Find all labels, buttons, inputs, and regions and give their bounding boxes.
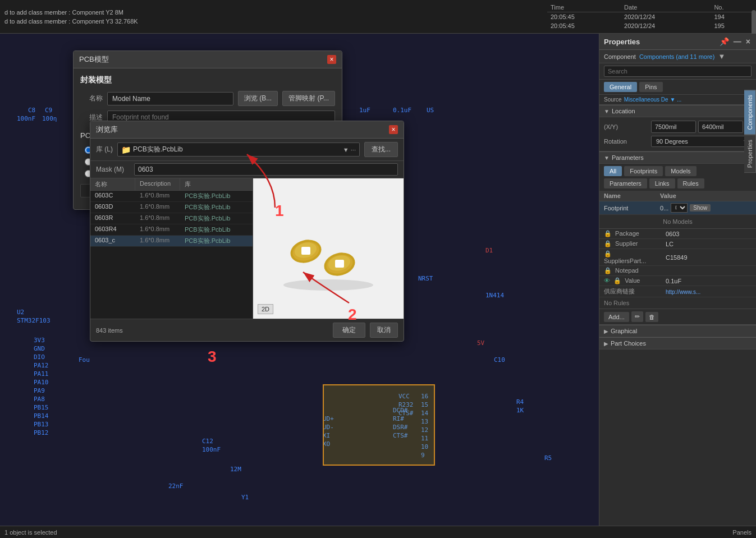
location-section-header[interactable]: ▼ Location [599,105,756,117]
btn-models[interactable]: Models [665,166,696,176]
browse-ok-btn[interactable]: 确定 [333,323,365,338]
btn-footprints[interactable]: Footprints [624,166,663,176]
schem-pb14: PB14 [34,412,49,420]
prop-supplier-value: LC [661,239,756,249]
params-title: Parameters [612,154,644,161]
item-desc-0603c: 1.6*0.8mm [135,191,180,201]
browse-item-0603r[interactable]: 0603R 1.6*0.8mm PCB实验.PcbLib [90,213,253,224]
schem-01uf: 0.1uF [393,107,411,114]
browse-footer: 843 items 确定 取消 [90,319,404,341]
browse-lib-select[interactable]: 📁 PCB实验.PcbLib ▼ ··· [117,142,360,157]
item-lib-0603c: PCB实验.PcbLib [180,191,235,201]
pcb-browse-btn[interactable]: 浏览 (B... [238,91,278,106]
col-lib: 库 [180,178,195,190]
browse-item-0603d[interactable]: 0603D 1.6*0.8mm PCB实验.PcbLib [90,202,253,213]
log-panel: d to add class member : Component Y2 8M … [0,0,543,33]
y-input[interactable]: 6400mil [698,121,743,133]
minus-icon[interactable]: — [732,37,743,46]
part-choices-arrow: ▶ [604,341,608,347]
schem-fou: Fou [79,356,90,364]
status-bar: 1 object is selected [0,526,599,538]
part-choices-section[interactable]: ▶ Part Choices [599,337,756,350]
params-section-header[interactable]: ▼ Parameters [599,151,756,164]
schem-1k: 1K [516,407,524,414]
properties-panel: Properties 📌 — × Component Components (a… [599,34,756,538]
browse-mask-input[interactable]: 0603 [134,163,398,176]
prop-package-label: 🔒 Package [599,229,661,239]
log-date-2: 2020/12/24 [621,21,711,30]
lock-icon-package: 🔒 [604,230,612,237]
preview-2d-btn[interactable]: 2D [258,304,273,314]
col-name: 名称 [90,178,135,190]
log-time-1: 20:05:45 [547,12,621,22]
browse-lib-dropdown[interactable]: ▼ ··· [343,146,356,153]
pcb-modal-close[interactable]: × [327,55,336,64]
browse-item-0603c2[interactable]: 0603_c 1.6*0.8mm PCB实验.PcbLib [90,236,253,247]
browse-list[interactable]: 0603C 1.6*0.8mm PCB实验.PcbLib 0603D 1.6*0… [90,191,253,319]
item-desc-0603d: 1.6*0.8mm [135,202,180,213]
top-scrollbar[interactable] [752,0,756,33]
pcb-modal-title: PCB模型 [79,54,109,65]
x-input[interactable]: 7500mil [651,121,696,133]
part-choices-title: Part Choices [611,340,646,347]
btn-links[interactable]: Links [649,178,675,188]
browse-item-0603r4[interactable]: 0603R4 1.6*0.8mm PCB实验.PcbLib [90,224,253,236]
location-arrow: ▼ [604,108,610,114]
filter-icon[interactable]: ▼ [718,52,725,61]
browse-cancel-btn[interactable]: 取消 [370,323,398,338]
item-lib-0603r4: PCB实验.PcbLib [180,224,235,235]
footprint-dropdown[interactable]: 0... [671,203,688,213]
prop-row-notepad: 🔒 Notepad [599,266,756,276]
pin-icon[interactable]: 📌 [718,37,730,46]
add-btn[interactable]: Add... [604,312,629,322]
properties-header: Properties 📌 — × [599,34,756,50]
prop-supplierspart-value: C15849 [661,249,756,266]
pcb-name-input[interactable] [107,92,233,105]
rotation-select[interactable]: 90 Degrees 0 Degrees 180 Degrees 270 Deg… [651,136,752,147]
source-label: Source [604,96,622,103]
footprint-show-btn[interactable]: Show [690,204,711,211]
prop-row-supplier-link: 供应商链接 http://www.s... [599,286,756,297]
log-table: Time Date No. 20:05:45 2020/12/24 194 20… [547,3,752,30]
browse-item-0603c[interactable]: 0603C 1.6*0.8mm PCB实验.PcbLib [90,191,253,202]
pcb-section-title: 封装模型 [80,75,335,85]
browse-titlebar: 浏览库 × [90,121,404,139]
btn-rules[interactable]: Rules [677,178,704,188]
location-grid: (X/Y) 7500mil 6400mil Rotation 90 Degree… [599,117,756,151]
schem-pb12: PB12 [34,429,49,436]
schem-nrst: NRST [418,275,433,282]
btn-parameters[interactable]: Parameters [604,178,647,188]
schem-c9: C9 [45,107,52,114]
graphical-section[interactable]: ▶ Graphical [599,325,756,337]
search-input[interactable] [604,66,752,77]
panel-close-icon[interactable]: × [745,37,752,46]
delete-btn[interactable]: 🗑 [645,312,658,322]
browse-lib-label: 库 (L) [96,145,113,154]
browse-find-btn[interactable]: 查找... [364,142,398,157]
tab-pins[interactable]: Pins [639,82,662,92]
pcb-pin-map-btn[interactable]: 管脚映射 (P... [282,91,335,106]
browse-close[interactable]: × [389,125,398,134]
supplier-link[interactable]: http://www.s... [666,289,700,295]
side-tab-components[interactable]: Components [744,90,756,135]
btn-all[interactable]: All [604,166,622,176]
params-table: Name Value Footprint 0... 0... Show [599,191,756,215]
tab-general[interactable]: General [604,82,637,92]
component-selector-bar: Component Components (and 11 more) ▼ [599,50,756,63]
browse-list-panel: 名称 Description 库 0603C 1.6*0.8mm PCB实验.P… [90,178,253,319]
pcb-modal-titlebar: PCB模型 × [74,51,342,68]
footprint-name: Footprint [599,201,656,215]
folder-icon: 📁 [121,145,131,154]
log-table-panel: Time Date No. 20:05:45 2020/12/24 194 20… [543,0,756,33]
schem-pa8: PA8 [34,396,45,403]
schem-pa9: PA9 [34,387,45,394]
schematic-canvas[interactable]: C8 C9 100nF 100η 1uF 0.1uF NC 4 GND US D… [0,34,599,538]
side-tab-properties[interactable]: Properties [744,135,756,173]
footprint-value-cell: 0... 0... Show [656,201,756,215]
prop-row-supplierspart: 🔒 SuppliersPart... C15849 [599,249,756,266]
status-text: 1 object is selected [4,529,57,536]
item-name-0603d: 0603D [90,202,135,213]
schem-pb13: PB13 [34,421,49,428]
edit-btn[interactable]: ✏ [631,311,643,322]
panels-btn[interactable]: Panels [599,526,756,538]
